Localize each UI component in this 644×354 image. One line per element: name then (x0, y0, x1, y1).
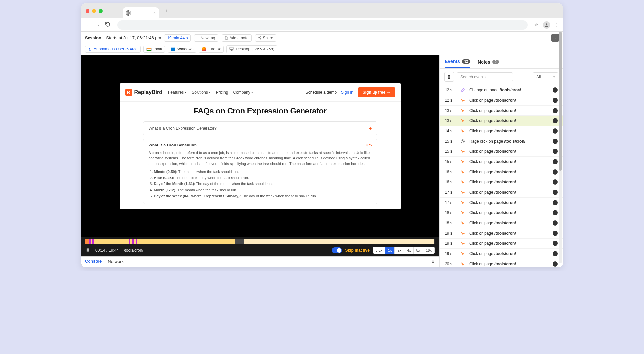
new-tab-button[interactable]: + (165, 8, 168, 14)
event-description: Click on page /tools/cron/ (469, 159, 549, 164)
skip-inactive-toggle[interactable] (332, 247, 342, 253)
event-list[interactable]: 12 sChange on page /tools/cron/i12 sClic… (440, 85, 563, 267)
event-info-icon[interactable]: i (553, 241, 558, 246)
notes-tab[interactable]: Notes 0 (478, 59, 499, 68)
event-time: 19 s (445, 241, 456, 246)
event-row[interactable]: 16 sClick on page /tools/cron/i (440, 167, 563, 177)
event-row[interactable]: 17 sClick on page /tools/cron/i (440, 187, 563, 198)
event-row[interactable]: 13 sClick on page /tools/cron/i (440, 106, 563, 116)
notes-count-badge: 0 (492, 60, 499, 64)
event-row[interactable]: 15 sClick on page /tools/cron/i (440, 146, 563, 157)
event-row[interactable]: 17 sClick on page /tools/cron/i (440, 198, 563, 208)
address-bar[interactable] (117, 20, 528, 30)
event-description: Click on page /tools/cron/ (469, 262, 549, 266)
timeline-filter-icon[interactable] (444, 72, 454, 82)
window-close-icon[interactable] (86, 9, 89, 13)
bookmark-star-icon[interactable]: ☆ (534, 22, 538, 27)
tab-favicon-icon (126, 10, 131, 16)
event-row[interactable]: 14 sClick on page /tools/cron/i (440, 126, 563, 136)
events-filter-select[interactable]: All▾ (533, 72, 558, 81)
signup-button[interactable]: Sign up free → (358, 87, 395, 97)
devtools-collapse-icon[interactable] (431, 259, 435, 265)
event-info-icon[interactable]: i (553, 251, 558, 256)
event-row[interactable]: 19 sClick on page /tools/cron/i (440, 239, 563, 249)
nav-back-button[interactable]: ← (85, 22, 91, 28)
event-info-icon[interactable]: i (553, 139, 558, 144)
speed-2x[interactable]: 2x (395, 247, 404, 254)
window-minimize-icon[interactable] (92, 9, 96, 13)
signin-link[interactable]: Sign in (341, 90, 353, 95)
event-info-icon[interactable]: i (553, 179, 558, 185)
event-row[interactable]: 18 sClick on page /tools/cron/i (440, 218, 563, 228)
speed-16x[interactable]: 16x (423, 247, 435, 254)
tab-close-icon[interactable]: × (153, 11, 156, 15)
faq-item-2[interactable]: What is a Cron Schedule? ✦↖ A cron sched… (143, 139, 377, 204)
event-description: Click on page /tools/cron/ (469, 129, 549, 133)
event-info-icon[interactable]: i (553, 87, 558, 93)
search-events-input[interactable]: Search events (457, 72, 513, 81)
speed-0.5x[interactable]: 0.5x (373, 247, 385, 254)
event-info-icon[interactable]: i (553, 220, 558, 226)
svg-line-7 (259, 37, 260, 38)
event-row[interactable]: 15 sClick on page /tools/cron/i (440, 157, 563, 167)
share-button[interactable]: Share (255, 34, 276, 42)
faq-item-1[interactable]: What is a Cron Expression Generator? + (143, 121, 377, 135)
user-chip[interactable]: Anonymous User -6343d (85, 46, 141, 53)
nav-company[interactable]: Company ▾ (233, 90, 253, 95)
event-info-icon[interactable]: i (553, 261, 558, 267)
speed-8x[interactable]: 8x (414, 247, 423, 254)
nav-reload-button[interactable] (105, 22, 111, 28)
event-time: 14 s (445, 129, 456, 133)
event-row[interactable]: 12 sClick on page /tools/cron/i (440, 95, 563, 106)
event-description: Click on page /tools/cron/ (469, 231, 549, 236)
nav-pricing[interactable]: Pricing (216, 90, 228, 95)
timeline[interactable]: 00:14 / 19:44 /tools/cron/ Skip Inactive… (81, 237, 439, 256)
svg-rect-12 (171, 49, 173, 51)
new-tag-button[interactable]: +New tag (194, 34, 218, 42)
speed-selector: 0.5x1x2x4x8x16x (373, 247, 435, 254)
events-tab[interactable]: Events 32 (445, 59, 470, 68)
event-info-icon[interactable]: i (553, 200, 558, 205)
session-viewport: R ReplayBird Features ▾ Solutions ▾ Pric… (81, 55, 439, 237)
event-description: Click on page /tools/cron/ (469, 210, 549, 215)
page-scrollbar[interactable] (559, 32, 562, 263)
event-info-icon[interactable]: i (553, 169, 558, 175)
speed-4x[interactable]: 4x (404, 247, 414, 254)
svg-rect-11 (173, 48, 175, 49)
event-row[interactable]: 20 sClick on page /tools/cron/i (440, 259, 563, 267)
event-info-icon[interactable]: i (553, 210, 558, 215)
event-info-icon[interactable]: i (553, 159, 558, 164)
event-info-icon[interactable]: i (553, 98, 558, 103)
browser-menu-icon[interactable]: ⋮ (555, 22, 559, 27)
event-row[interactable]: 15 sRage click on page /tools/cron/i (440, 136, 563, 146)
nav-features[interactable]: Features ▾ (168, 90, 186, 95)
collapse-panel-button[interactable]: › (551, 34, 559, 42)
event-info-icon[interactable]: i (553, 128, 558, 134)
event-row[interactable]: 18 sClick on page /tools/cron/i (440, 208, 563, 218)
event-row[interactable]: 19 sClick on page /tools/cron/i (440, 249, 563, 259)
pause-button[interactable] (86, 248, 90, 253)
event-description: Click on page /tools/cron/ (469, 98, 549, 103)
event-info-icon[interactable]: i (553, 231, 558, 236)
event-row[interactable]: 12 sChange on page /tools/cron/i (440, 85, 563, 95)
click-icon (460, 241, 465, 246)
schedule-demo-link[interactable]: Schedule a demo (306, 90, 337, 95)
speed-1x[interactable]: 1x (385, 247, 395, 254)
logo-mark-icon: R (125, 89, 132, 96)
event-row[interactable]: 16 sClick on page /tools/cron/i (440, 177, 563, 187)
browser-tab[interactable]: × (123, 7, 159, 18)
event-info-icon[interactable]: i (553, 190, 558, 195)
event-info-icon[interactable]: i (553, 149, 558, 154)
console-tab[interactable]: Console (85, 259, 102, 265)
window-maximize-icon[interactable] (99, 9, 103, 13)
event-description: Click on page /tools/cron/ (469, 221, 549, 225)
event-info-icon[interactable]: i (553, 118, 558, 123)
profile-avatar-icon[interactable] (543, 21, 550, 29)
add-note-button[interactable]: Add a note (222, 34, 252, 42)
event-info-icon[interactable]: i (553, 108, 558, 113)
nav-solutions[interactable]: Solutions ▾ (192, 90, 210, 95)
nav-forward-button[interactable]: → (95, 22, 101, 28)
event-row[interactable]: 19 sClick on page /tools/cron/i (440, 228, 563, 239)
event-row[interactable]: 13 sClick on page /tools/cron/i (440, 116, 563, 126)
network-tab[interactable]: Network (108, 259, 124, 265)
